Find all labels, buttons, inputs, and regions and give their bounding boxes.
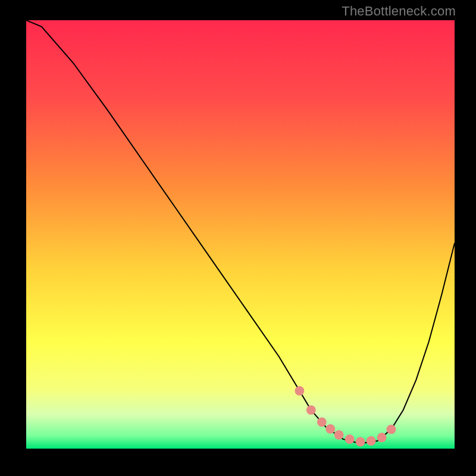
marker-point <box>356 437 365 447</box>
marker-point <box>334 430 344 440</box>
chart-frame <box>26 20 455 449</box>
marker-point <box>306 405 316 415</box>
watermark-text: TheBottleneck.com <box>342 4 456 19</box>
marker-point <box>387 425 396 434</box>
marker-point <box>377 433 387 442</box>
gradient-background <box>26 20 455 449</box>
marker-point <box>325 424 335 434</box>
marker-point <box>295 386 304 396</box>
marker-point <box>345 434 355 444</box>
marker-point <box>317 417 327 427</box>
chart-svg <box>26 20 455 449</box>
marker-point <box>367 436 376 446</box>
